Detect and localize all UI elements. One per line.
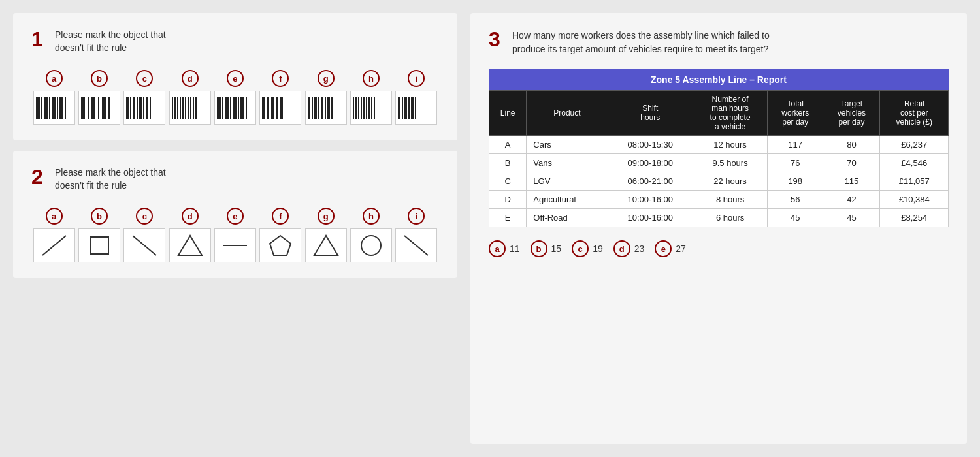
svg-rect-58 <box>366 97 367 119</box>
q3-answer-a[interactable]: a11 <box>489 240 520 257</box>
q1-barcode-b <box>78 91 120 125</box>
svg-rect-41 <box>267 97 269 119</box>
q1-option-i[interactable]: i <box>394 70 439 125</box>
svg-rect-28 <box>188 97 189 119</box>
svg-rect-17 <box>137 97 138 119</box>
q2-option-a[interactable]: a <box>31 208 76 262</box>
q2-shape-h <box>350 228 392 262</box>
q2-option-label-d: d <box>182 208 199 225</box>
col-retail: Retailcost pervehicle (£) <box>880 91 949 136</box>
col-shift: Shifthours <box>608 91 693 136</box>
q3-answers: a11b15c19d23e27 <box>489 240 949 257</box>
q2-shape-g <box>305 228 347 262</box>
q3-answer-label-d: d <box>613 240 630 257</box>
svg-rect-25 <box>180 97 181 119</box>
col-workers: Totalworkersper day <box>768 91 823 136</box>
q2-shape-e <box>214 228 256 262</box>
question-2-card: 2 Please mark the object thatdoesn't fit… <box>13 151 457 278</box>
q3-answer-b[interactable]: b15 <box>531 240 562 257</box>
q2-number: 2 <box>31 166 47 187</box>
svg-rect-43 <box>276 97 278 119</box>
q2-option-h[interactable]: h <box>348 208 393 262</box>
q3-answer-d[interactable]: d23 <box>613 240 645 257</box>
q3-answer-c[interactable]: c19 <box>572 240 603 257</box>
q1-options-row: abcdefghi <box>31 70 439 125</box>
q1-barcode-i <box>395 91 437 125</box>
svg-rect-4 <box>52 97 56 119</box>
q2-option-e[interactable]: e <box>212 208 257 262</box>
svg-rect-69 <box>90 237 108 254</box>
svg-rect-59 <box>368 97 370 119</box>
svg-rect-50 <box>325 97 326 119</box>
svg-rect-19 <box>143 97 144 119</box>
q1-option-h[interactable]: h <box>348 70 393 125</box>
svg-rect-35 <box>230 97 231 119</box>
q2-option-label-h: h <box>363 208 380 225</box>
svg-rect-26 <box>182 97 184 119</box>
svg-rect-67 <box>415 97 416 119</box>
svg-rect-46 <box>312 97 313 119</box>
q2-option-d[interactable]: d <box>167 208 212 262</box>
q1-option-label-d: d <box>182 70 199 87</box>
q1-option-g[interactable]: g <box>303 70 348 125</box>
q1-option-a[interactable]: a <box>31 70 76 125</box>
svg-rect-48 <box>318 97 319 119</box>
q2-option-label-g: g <box>318 208 335 225</box>
q3-answer-label-a: a <box>489 240 506 257</box>
svg-rect-47 <box>314 97 317 119</box>
svg-rect-62 <box>398 97 400 119</box>
svg-rect-10 <box>91 97 95 119</box>
svg-rect-2 <box>44 97 48 119</box>
q1-option-label-e: e <box>227 70 244 87</box>
svg-marker-71 <box>178 236 202 255</box>
svg-rect-8 <box>81 97 85 119</box>
table-row: EOff-Road10:00-16:006 hours4545£8,254 <box>489 209 949 227</box>
q2-option-label-i: i <box>408 208 425 225</box>
q1-option-b[interactable]: b <box>76 70 122 125</box>
q3-answer-value-e: 27 <box>676 244 686 254</box>
svg-rect-7 <box>65 97 66 119</box>
q3-text: How many more workers does the assembly … <box>512 29 770 56</box>
svg-rect-61 <box>374 97 375 119</box>
svg-line-68 <box>42 236 66 255</box>
q1-barcode-a <box>33 91 75 125</box>
q1-option-c[interactable]: c <box>122 70 167 125</box>
q2-option-c[interactable]: c <box>122 208 167 262</box>
q1-option-e[interactable]: e <box>212 70 257 125</box>
svg-rect-54 <box>355 97 357 119</box>
q2-shape-b <box>78 228 120 262</box>
svg-rect-0 <box>36 97 40 119</box>
q3-answer-value-a: 11 <box>510 244 520 254</box>
svg-rect-49 <box>321 97 323 119</box>
q2-option-b[interactable]: b <box>76 208 122 262</box>
q2-shape-c <box>123 228 165 262</box>
svg-line-76 <box>404 236 428 255</box>
q1-barcode-e <box>214 91 256 125</box>
q2-option-f[interactable]: f <box>258 208 303 262</box>
svg-rect-14 <box>126 97 129 119</box>
svg-rect-9 <box>88 97 89 119</box>
q2-header: 2 Please mark the object thatdoesn't fit… <box>31 166 439 192</box>
svg-rect-1 <box>41 97 42 119</box>
col-line: Line <box>489 91 527 136</box>
svg-rect-33 <box>222 97 223 119</box>
q1-option-d[interactable]: d <box>167 70 212 125</box>
q3-answer-e[interactable]: e27 <box>655 240 686 257</box>
svg-rect-37 <box>238 97 239 119</box>
svg-rect-24 <box>177 97 178 119</box>
svg-rect-29 <box>190 97 191 119</box>
q2-option-i[interactable]: i <box>394 208 439 262</box>
svg-rect-15 <box>130 97 131 119</box>
col-manhours: Number ofman hoursto completea vehicle <box>693 91 768 136</box>
svg-line-70 <box>133 236 156 255</box>
q1-barcode-h <box>350 91 392 125</box>
svg-rect-38 <box>240 97 244 119</box>
q2-option-label-e: e <box>227 208 244 225</box>
svg-rect-65 <box>408 97 410 119</box>
svg-rect-6 <box>59 97 63 119</box>
svg-marker-73 <box>270 236 291 255</box>
q1-option-f[interactable]: f <box>258 70 303 125</box>
svg-rect-18 <box>139 97 142 119</box>
q2-option-g[interactable]: g <box>303 208 348 262</box>
q1-option-label-h: h <box>363 70 380 87</box>
